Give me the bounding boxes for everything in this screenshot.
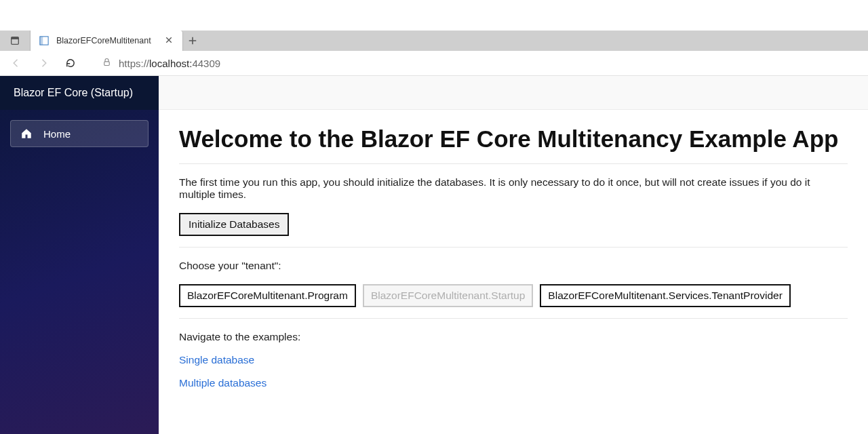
refresh-button[interactable] (58, 51, 83, 75)
arrow-right-icon (37, 57, 50, 69)
link-multiple-db[interactable]: Multiple databases (179, 377, 267, 389)
link-single-db[interactable]: Single database (179, 354, 254, 366)
address-bar[interactable]: https://localhost:44309 (95, 54, 864, 73)
tenant-buttons: BlazorEFCoreMultitenant.Program BlazorEF… (179, 284, 848, 307)
app-root: Blazor EF Core (Startup) Home Welcome to… (0, 76, 868, 434)
url-scheme: https:// (119, 58, 149, 69)
url-host: localhost: (149, 58, 192, 69)
sidebar-item-home[interactable]: Home (10, 120, 149, 147)
page-title: Welcome to the Blazor EF Core Multitenan… (179, 125, 848, 153)
svg-rect-4 (104, 61, 110, 65)
choose-tenant-label: Choose your "tenant": (179, 260, 848, 272)
browser-tabbar: BlazorEFCoreMultitenant (0, 31, 868, 51)
lock-icon (102, 57, 112, 70)
url-port: 44309 (192, 58, 220, 69)
tab-overview-icon (9, 35, 20, 46)
forward-button[interactable] (31, 51, 56, 75)
tab-actions-button[interactable] (0, 31, 31, 51)
content-column: Welcome to the Blazor EF Core Multitenan… (159, 76, 868, 434)
browser-toolbar: https://localhost:44309 (0, 51, 868, 76)
close-icon (165, 36, 173, 44)
divider (179, 318, 848, 319)
arrow-left-icon (10, 57, 22, 69)
url-text: https://localhost:44309 (119, 58, 220, 69)
tenant-button-tenantprovider[interactable]: BlazorEFCoreMultitenant.Services.TenantP… (540, 284, 790, 307)
browser-tab[interactable]: BlazorEFCoreMultitenant (31, 31, 183, 51)
content-area: Welcome to the Blazor EF Core Multitenan… (159, 110, 868, 434)
refresh-icon (64, 57, 77, 69)
back-button[interactable] (4, 51, 28, 75)
home-icon (20, 127, 33, 140)
content-header (159, 76, 868, 110)
tab-close-button[interactable] (162, 35, 176, 47)
tenant-button-program[interactable]: BlazorEFCoreMultitenant.Program (179, 284, 356, 307)
window-top-spacer (0, 0, 868, 31)
svg-rect-3 (40, 37, 43, 45)
svg-rect-1 (12, 37, 19, 39)
brand-title: Blazor EF Core (Startup) (0, 76, 159, 110)
divider (179, 247, 848, 248)
new-tab-button[interactable] (183, 31, 202, 51)
tab-favicon-icon (39, 35, 50, 46)
plus-icon (188, 36, 197, 45)
sidebar-nav: Home (0, 110, 159, 157)
navigate-label: Navigate to the examples: (179, 331, 848, 343)
tab-title: BlazorEFCoreMultitenant (56, 36, 155, 45)
intro-text: The first time you run this app, you sho… (179, 176, 848, 201)
sidebar: Blazor EF Core (Startup) Home (0, 76, 159, 434)
tenant-button-startup: BlazorEFCoreMultitenant.Startup (363, 284, 533, 307)
sidebar-item-label: Home (43, 128, 71, 140)
initialize-db-button[interactable]: Initialize Databases (179, 213, 289, 236)
divider (179, 163, 848, 164)
